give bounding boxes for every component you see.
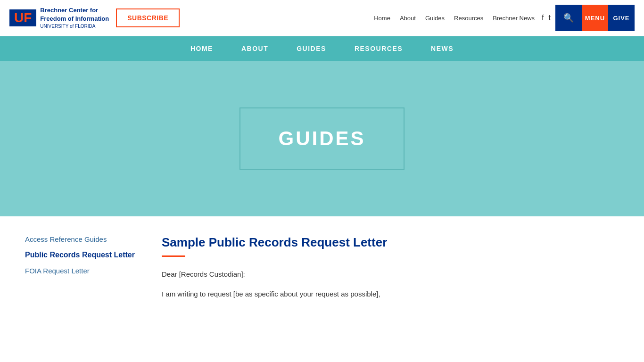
uf-block: UF — [9, 9, 36, 26]
social-icons: f t — [542, 14, 551, 22]
twitter-icon[interactable]: t — [549, 14, 551, 22]
nav-home[interactable]: Home — [374, 15, 390, 22]
nav-resources[interactable]: Resources — [454, 15, 483, 22]
secondary-nav: HOME ABOUT GUIDES RESOURCES NEWS — [0, 36, 644, 61]
nav-guides[interactable]: Guides — [425, 15, 445, 22]
content-area: Access Reference Guides Public Records R… — [16, 216, 628, 326]
center-name: Brechner Center for Freedom of Informati… — [40, 6, 109, 30]
give-button[interactable]: GIVE — [608, 5, 635, 31]
search-icon: 🔍 — [563, 13, 574, 23]
sidebar-link-foia[interactable]: FOIA Request Letter — [25, 267, 148, 275]
paragraph-body: I am writing to request [be as specific … — [162, 288, 619, 300]
sidebar-link-public-records[interactable]: Public Records Request Letter — [25, 251, 148, 259]
hero-box: GUIDES — [239, 107, 404, 170]
uf-logo: UF Brechner Center for Freedom of Inform… — [9, 6, 109, 30]
page-title: Sample Public Records Request Letter — [162, 235, 619, 250]
nav-brechner-news[interactable]: Brechner News — [493, 15, 535, 22]
facebook-icon[interactable]: f — [542, 14, 544, 22]
hero-section: GUIDES — [0, 61, 644, 216]
main-content: Sample Public Records Request Letter Dea… — [162, 235, 619, 307]
top-nav-right: Home About Guides Resources Brechner New… — [374, 5, 635, 31]
title-divider — [162, 255, 185, 257]
sidebar-link-access-reference[interactable]: Access Reference Guides — [25, 235, 148, 243]
sec-nav-home[interactable]: HOME — [190, 45, 213, 52]
sec-nav-about[interactable]: ABOUT — [241, 45, 268, 52]
hero-title: GUIDES — [278, 127, 365, 150]
top-bar: UF Brechner Center for Freedom of Inform… — [0, 0, 644, 36]
menu-button[interactable]: MENU — [582, 5, 608, 31]
sidebar: Access Reference Guides Public Records R… — [25, 235, 148, 307]
subscribe-button[interactable]: SUBSCRIBE — [116, 8, 180, 27]
top-nav-links: Home About Guides Resources Brechner New… — [374, 15, 535, 22]
sec-nav-guides[interactable]: GUIDES — [297, 45, 326, 52]
sec-nav-resources[interactable]: RESOURCES — [355, 45, 403, 52]
paragraph-salutation: Dear [Records Custodian]: — [162, 268, 619, 280]
search-button[interactable]: 🔍 — [555, 5, 582, 31]
logo-area: UF Brechner Center for Freedom of Inform… — [9, 6, 180, 30]
nav-about[interactable]: About — [400, 15, 416, 22]
sec-nav-news[interactable]: NEWS — [431, 45, 454, 52]
